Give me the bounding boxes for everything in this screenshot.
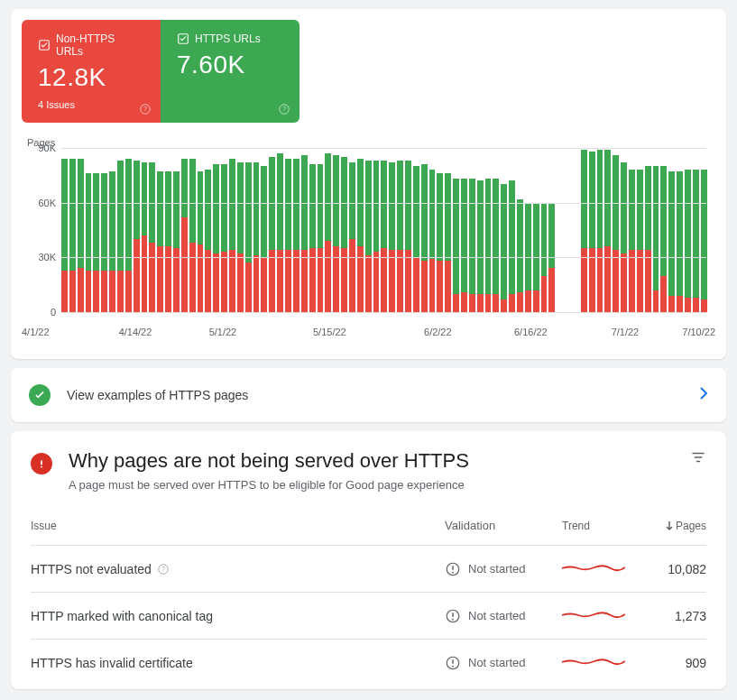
col-pages-header[interactable]: Pages [643,520,706,532]
chart-bar [333,148,339,312]
help-icon[interactable]: ? [157,563,170,576]
chart-bar [701,148,707,312]
validation-status: Not started [468,609,526,622]
issues-panel: Why pages are not being served over HTTP… [11,431,726,689]
validation-cell: Not started [445,608,562,624]
x-tick: 6/16/22 [514,327,548,337]
chart-bar [668,148,675,312]
chart-bar [245,148,252,312]
chart-bar [229,148,235,312]
issue-name: HTTPS not evaluated [31,562,152,576]
x-tick: 6/2/22 [424,327,452,337]
validation-cell: Not started [445,561,562,577]
chart-plot [61,148,706,312]
svg-point-14 [452,665,454,667]
chart-bar [318,148,324,312]
x-tick: 7/10/22 [682,327,715,337]
sparkline-icon [562,607,625,622]
chart-bar [637,148,643,312]
chart-bar [469,148,475,312]
tab-https[interactable]: HTTPS URLs 7.60K ? [161,20,299,123]
col-issue-header: Issue [31,520,445,532]
trend-cell [562,654,643,671]
validation-cell: Not started [445,655,562,671]
x-tick: 5/1/22 [209,327,237,337]
filter-icon[interactable] [690,449,706,469]
gridline [61,148,706,149]
chart-bar [533,148,539,312]
chart-bar [101,148,107,312]
issue-name-cell: HTTPS has invalid certificate [31,656,445,670]
chart-bar [405,148,411,312]
table-row[interactable]: HTTPS has invalid certificateNot started… [31,639,706,686]
view-examples-link[interactable]: View examples of HTTPS pages [11,368,726,422]
chart-bar [237,148,244,312]
chart-area: Pages 90K60K30K0 [22,141,715,321]
chart-bar [293,148,299,312]
chart-bar [485,148,492,312]
x-tick: 5/15/22 [313,327,346,337]
chart-bar [325,148,331,312]
chart-bar [173,148,180,312]
svg-text:?: ? [161,566,165,572]
chart-bar [397,148,403,312]
chart-bar [429,148,436,312]
chart-bar [581,148,587,312]
chart-bar [69,148,76,312]
stat-tabs: Non-HTTPS URLs 12.8K 4 Issues ? HTTPS UR… [22,20,715,123]
chart-bar [548,148,555,312]
pages-cell: 909 [643,656,706,670]
issues-subtitle: A page must be served over HTTPS to be e… [69,478,674,492]
tab-non-https[interactable]: Non-HTTPS URLs 12.8K 4 Issues ? [22,20,161,123]
chart-bar [461,148,467,312]
chevron-right-icon [699,386,708,404]
issue-name-cell: HTTP marked with canonical tag [31,609,445,623]
chart-bar [453,148,459,312]
help-icon[interactable]: ? [278,103,290,115]
table-row[interactable]: HTTPS not evaluated?Not started10,082 [31,545,706,592]
issue-name-cell: HTTPS not evaluated? [31,562,445,576]
chart-bar [541,148,548,312]
help-icon[interactable]: ? [139,103,152,115]
chart-bar [61,148,68,312]
table-row[interactable]: HTTP marked with canonical tagNot starte… [31,592,706,639]
chart-bar [117,148,124,312]
chart-bar [142,148,148,312]
chart-bar [134,148,140,312]
chart-panel: Non-HTTPS URLs 12.8K 4 Issues ? HTTPS UR… [11,9,726,359]
chart-bar [277,148,283,312]
x-tick: 7/1/22 [612,327,640,337]
col-pages-label: Pages [676,520,706,532]
chart-bar [509,148,515,312]
chart-bar [221,148,227,312]
issues-table: Issue Validation Trend Pages HTTPS not e… [31,519,706,686]
chart-bar [285,148,291,312]
chart-bar [517,148,523,312]
chart-bar [653,148,659,312]
checkbox-icon [177,32,189,45]
gridline [61,203,706,204]
y-tick: 90K [38,143,56,153]
warning-icon [445,655,461,671]
chart-bar [365,148,372,312]
warning-icon [445,561,461,577]
tab-non-https-label: Non-HTTPS URLs [56,32,144,58]
tab-non-https-value: 12.8K [38,63,144,92]
svg-point-6 [41,466,42,468]
chart-bar [421,148,428,312]
chart-bar [437,148,443,312]
chart-bar [613,148,619,312]
chart-bar [149,148,155,312]
table-header: Issue Validation Trend Pages [31,519,706,545]
chart-bar [269,148,275,312]
chart-bars [61,148,706,312]
y-tick: 0 [51,307,56,318]
tab-non-https-issues: 4 Issues [38,99,144,110]
y-tick: 30K [38,252,56,262]
chart-bar [181,148,188,312]
validation-status: Not started [468,656,526,669]
chart-bar [629,148,635,312]
chart-bar [573,148,579,312]
tab-non-https-header: Non-HTTPS URLs [38,32,144,58]
chart-bar [261,148,267,312]
